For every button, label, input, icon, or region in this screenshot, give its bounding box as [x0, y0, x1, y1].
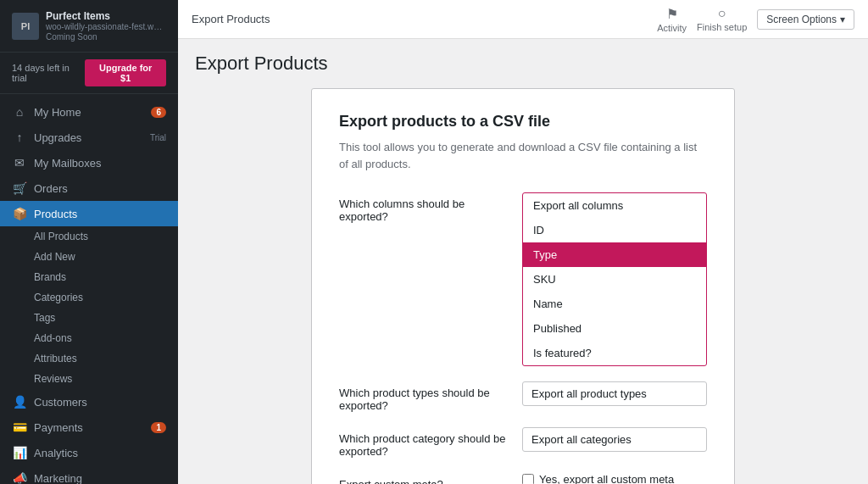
finish-setup-label: Finish setup — [697, 22, 747, 32]
upgrade-button[interactable]: Upgrade for $1 — [85, 59, 166, 86]
screen-options-label: Screen Options — [766, 14, 837, 25]
top-bar-title: Export Products — [192, 13, 270, 25]
brand-url: woo-wildly-passionate-fest.wpc... — [46, 22, 164, 31]
col-published[interactable]: Published — [523, 316, 706, 341]
sidebar-item-label: Upgrades — [34, 131, 143, 144]
sidebar-item-label: My Mailboxes — [34, 157, 166, 170]
brand-status: Coming Soon — [46, 32, 164, 42]
custom-meta-field[interactable]: Yes, export all custom meta — [522, 473, 707, 484]
category-label: Which product category should be exporte… — [339, 427, 509, 458]
sidebar-item-label: Products — [34, 208, 166, 220]
sidebar-item-products[interactable]: 📦 Products — [0, 201, 178, 226]
main-area: Export Products ⚑ Activity ○ Finish setu… — [178, 0, 868, 484]
sub-nav-reviews[interactable]: Reviews — [0, 369, 178, 389]
payments-icon: 💳 — [12, 420, 27, 434]
sub-nav-brands[interactable]: Brands — [0, 267, 178, 287]
sidebar-item-label: Analytics — [34, 447, 166, 459]
col-name[interactable]: Name — [523, 292, 706, 316]
columns-field[interactable]: Export all columns ID Type SKU Name Publ… — [522, 192, 707, 366]
export-card-heading: Export products to a CSV file — [339, 113, 707, 131]
finish-setup-icon: ○ — [718, 6, 726, 21]
sidebar: PI Purfect Items woo-wildly-passionate-f… — [0, 0, 178, 484]
activity-icon: ⚑ — [666, 6, 678, 22]
columns-label: Which columns should be exported? — [339, 192, 509, 223]
custom-meta-checkbox-label[interactable]: Yes, export all custom meta — [522, 473, 707, 484]
sidebar-nav: ⌂ My Home 6 ↑ Upgrades Trial ✉ My Mailbo… — [0, 94, 178, 484]
brand-info: Purfect Items woo-wildly-passionate-fest… — [46, 10, 164, 42]
sub-nav-all-products[interactable]: All Products — [0, 226, 178, 247]
sidebar-item-label: Marketing — [34, 472, 166, 485]
sidebar-item-mailboxes[interactable]: ✉ My Mailboxes — [0, 150, 178, 175]
analytics-icon: 📊 — [12, 446, 27, 459]
custom-meta-row: Export custom meta? Yes, export all cust… — [339, 473, 707, 484]
trial-label: Trial — [150, 133, 166, 142]
sidebar-item-upgrades[interactable]: ↑ Upgrades Trial — [0, 125, 178, 150]
sidebar-item-label: Orders — [34, 182, 166, 195]
export-card-desc: This tool allows you to generate and dow… — [339, 139, 707, 172]
mailbox-icon: ✉ — [12, 156, 27, 170]
page-title: Export Products — [195, 53, 851, 75]
home-badge: 6 — [151, 107, 166, 118]
product-types-label: Which product types should be exported? — [339, 381, 509, 412]
finish-setup-button[interactable]: ○ Finish setup — [697, 6, 747, 32]
sidebar-item-orders[interactable]: 🛒 Orders — [0, 175, 178, 201]
category-select[interactable]: Export all categories — [522, 427, 707, 452]
custom-meta-label: Export custom meta? — [339, 473, 509, 484]
sub-nav-attributes[interactable]: Attributes — [0, 348, 178, 369]
screen-options-button[interactable]: Screen Options ▾ — [757, 9, 854, 30]
sidebar-item-label: My Home — [34, 106, 144, 119]
sidebar-header: PI Purfect Items woo-wildly-passionate-f… — [0, 0, 178, 53]
activity-button[interactable]: ⚑ Activity — [657, 6, 687, 33]
trial-bar: 14 days left in trial Upgrade for $1 — [0, 53, 178, 94]
products-icon: 📦 — [12, 207, 27, 220]
sidebar-item-analytics[interactable]: 📊 Analytics — [0, 440, 178, 465]
product-types-row: Which product types should be exported? … — [339, 381, 707, 412]
col-export-all[interactable]: Export all columns — [523, 193, 706, 218]
sub-nav: All Products Add New Brands Categories T… — [0, 226, 178, 389]
columns-row: Which columns should be exported? Export… — [339, 192, 707, 366]
export-card: Export products to a CSV file This tool … — [311, 88, 735, 484]
custom-meta-checkbox[interactable] — [522, 474, 534, 485]
sidebar-brand: PI Purfect Items woo-wildly-passionate-f… — [12, 10, 166, 42]
sidebar-item-label: Payments — [34, 421, 144, 434]
col-is-featured[interactable]: Is featured? — [523, 341, 706, 365]
upgrades-icon: ↑ — [12, 131, 27, 144]
home-icon: ⌂ — [12, 105, 27, 119]
product-types-field[interactable]: Export all product types — [522, 381, 707, 406]
sidebar-item-label: Customers — [34, 396, 166, 409]
sidebar-item-my-home[interactable]: ⌂ My Home 6 — [0, 99, 178, 125]
sidebar-item-customers[interactable]: 👤 Customers — [0, 389, 178, 414]
payments-badge: 1 — [151, 422, 166, 433]
sidebar-item-marketing[interactable]: 📣 Marketing — [0, 465, 178, 484]
category-field[interactable]: Export all categories — [522, 427, 707, 452]
sub-nav-tags[interactable]: Tags — [0, 308, 178, 328]
content-area: Export Products Export products to a CSV… — [178, 39, 868, 484]
sub-nav-categories[interactable]: Categories — [0, 287, 178, 308]
customers-icon: 👤 — [12, 395, 27, 409]
activity-label: Activity — [657, 23, 687, 33]
marketing-icon: 📣 — [12, 471, 27, 484]
sidebar-item-payments[interactable]: 💳 Payments 1 — [0, 414, 178, 440]
sub-nav-add-new[interactable]: Add New — [0, 247, 178, 267]
category-row: Which product category should be exporte… — [339, 427, 707, 458]
orders-icon: 🛒 — [12, 181, 27, 195]
col-type[interactable]: Type — [523, 242, 706, 267]
col-sku[interactable]: SKU — [523, 267, 706, 292]
columns-select[interactable]: Export all columns ID Type SKU Name Publ… — [522, 192, 707, 366]
brand-avatar: PI — [12, 13, 39, 40]
top-bar-actions: ⚑ Activity ○ Finish setup Screen Options… — [657, 6, 854, 33]
chevron-down-icon: ▾ — [840, 14, 845, 25]
trial-text: 14 days left in trial — [12, 63, 85, 83]
top-bar: Export Products ⚑ Activity ○ Finish setu… — [178, 0, 868, 39]
brand-name: Purfect Items — [46, 10, 164, 22]
sub-nav-add-ons[interactable]: Add-ons — [0, 328, 178, 348]
custom-meta-checkbox-text: Yes, export all custom meta — [539, 473, 674, 484]
product-types-select[interactable]: Export all product types — [522, 381, 707, 406]
col-id[interactable]: ID — [523, 218, 706, 242]
